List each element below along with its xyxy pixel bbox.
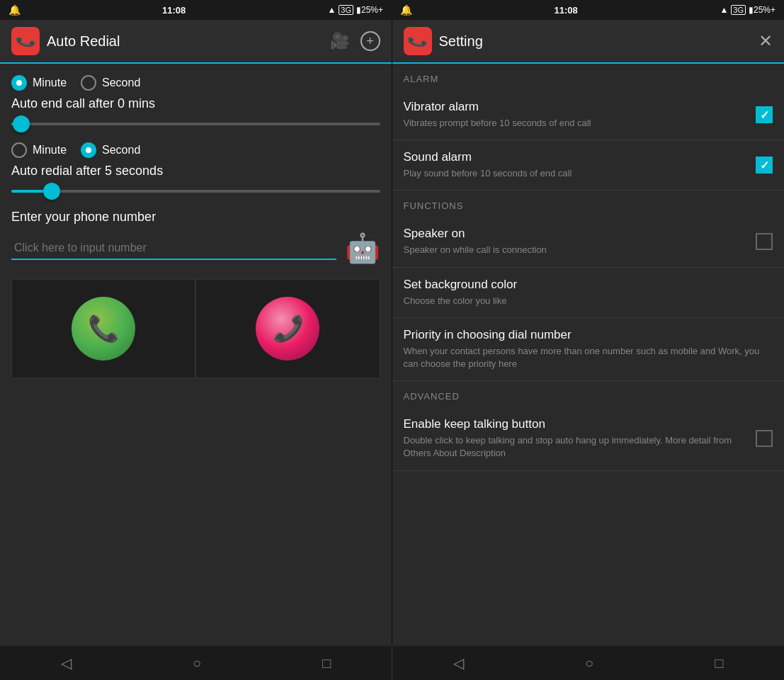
sound-alarm-title: Sound alarm (404, 150, 756, 164)
right-back-icon[interactable]: ◁ (453, 654, 464, 672)
background-color-desc: Choose the color you like (404, 295, 773, 307)
auto-redial-slider[interactable] (11, 187, 380, 196)
right-signal-icon: 🔔 (400, 4, 412, 16)
left-nav: ◁ ○ □ (0, 646, 392, 680)
phone-icon: 📞 (13, 29, 38, 52)
advanced-section-header: ADVANCED (392, 381, 785, 407)
phone-input[interactable] (11, 237, 336, 260)
auto-end-slider[interactable] (11, 120, 380, 128)
keep-talking-item[interactable]: Enable keep talking button Double click … (392, 407, 785, 470)
alarm-section-header: ALARM (392, 64, 785, 90)
second-label-1: Second (102, 76, 140, 89)
auto-end-label: Auto end call after 0 mins (11, 96, 380, 111)
minute-label-1: Minute (33, 76, 67, 89)
second-label-2: Second (102, 144, 140, 157)
functions-section-header: FUNCTIONS (392, 191, 785, 217)
minute-radio-circle-2 (11, 142, 27, 158)
background-color-title: Set background color (404, 278, 773, 292)
app-title: Auto Redial (47, 33, 120, 50)
speaker-on-title: Speaker on (404, 227, 756, 241)
vibrator-alarm-desc: Vibrates prompt before 10 seconds of end… (404, 117, 756, 130)
priority-dial-title: Priority in choosing dial number (404, 328, 773, 342)
auto-redial-label: Auto redial after 5 seconds (11, 164, 380, 178)
android-robot-icon: 🤖 (345, 232, 380, 265)
right-wifi-icon: ▲ (720, 5, 728, 15)
right-recents-icon[interactable]: □ (715, 655, 723, 672)
vibrator-alarm-title: Vibrator alarm (404, 100, 756, 114)
keep-talking-checkbox[interactable] (756, 430, 773, 447)
settings-list: ALARM Vibrator alarm Vibrates prompt bef… (392, 64, 785, 646)
vibrator-alarm-checkbox[interactable] (756, 106, 773, 123)
red-end-call-icon: 📞 (256, 297, 319, 361)
sound-alarm-checkbox[interactable] (756, 157, 773, 174)
left-network-icon: 3G (339, 5, 353, 15)
keep-talking-desc: Double click to keep talking and stop au… (404, 434, 756, 460)
sound-alarm-desc: Play sound before 10 seconds of end call (404, 167, 756, 180)
right-network-icon: 3G (731, 5, 746, 15)
settings-title: Setting (439, 33, 483, 50)
left-wifi-icon: ▲ (327, 5, 336, 15)
speaker-on-checkbox[interactable] (756, 233, 773, 250)
right-battery-icon: ▮25%+ (749, 5, 776, 15)
right-status-time: 11:08 (555, 5, 578, 16)
left-battery-icon: ▮25%+ (356, 5, 383, 15)
left-status-time: 11:08 (162, 5, 186, 16)
left-home-icon[interactable]: ○ (193, 655, 201, 672)
call-button[interactable]: 📞 (11, 279, 195, 378)
app-icon: 📞 (11, 27, 40, 55)
add-icon[interactable]: + (360, 31, 380, 51)
speaker-on-item[interactable]: Speaker on Speaker on while call is conn… (392, 217, 785, 267)
second-radio-2[interactable]: Second (81, 142, 140, 158)
left-back-icon[interactable]: ◁ (61, 654, 72, 672)
vibrator-alarm-item[interactable]: Vibrator alarm Vibrates prompt before 10… (392, 90, 785, 140)
right-app-icon: 📞 (404, 27, 432, 55)
right-home-icon[interactable]: ○ (585, 655, 593, 672)
call-buttons-container: 📞 📞 (11, 279, 380, 378)
second-radio-1[interactable]: Second (81, 75, 140, 91)
priority-dial-desc: When your contact persons have more than… (404, 345, 773, 370)
second-radio-circle-1 (81, 75, 96, 91)
minute-label-2: Minute (33, 144, 67, 157)
keep-talking-title: Enable keep talking button (404, 417, 756, 431)
background-color-item[interactable]: Set background color Choose the color yo… (392, 268, 785, 318)
right-phone-icon: 📞 (406, 29, 430, 52)
close-button[interactable]: ✕ (759, 31, 773, 51)
minute-radio-circle-1 (11, 75, 27, 91)
minute-radio-1[interactable]: Minute (11, 75, 67, 91)
sound-alarm-item[interactable]: Sound alarm Play sound before 10 seconds… (392, 140, 785, 191)
left-signal-icon: 🔔 (8, 4, 21, 16)
end-call-button[interactable]: 📞 (195, 279, 380, 378)
priority-dial-item[interactable]: Priority in choosing dial number When yo… (392, 318, 785, 381)
right-nav: ◁ ○ □ (392, 646, 784, 680)
green-call-icon: 📞 (72, 297, 135, 361)
left-recents-icon[interactable]: □ (322, 655, 331, 672)
second-radio-circle-2 (81, 142, 96, 158)
phone-number-label: Enter your phone number (11, 210, 380, 225)
video-camera-icon[interactable]: 🎥 (330, 32, 349, 50)
speaker-on-desc: Speaker on while call is connection (404, 244, 756, 256)
minute-radio-2[interactable]: Minute (11, 142, 67, 158)
